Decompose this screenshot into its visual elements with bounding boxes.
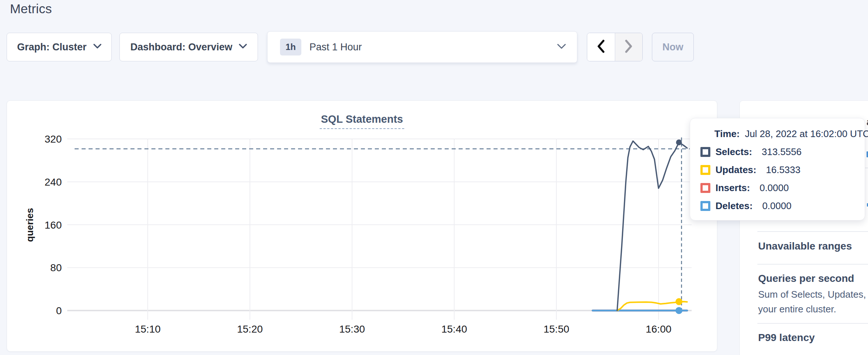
clipped-heading-fragment: a: [867, 116, 868, 128]
series-value: 0.0000: [760, 182, 789, 194]
tooltip-series-row: Inserts: 0.0000: [700, 182, 865, 194]
chart-title[interactable]: SQL Statements: [320, 113, 404, 129]
graph-type-dropdown[interactable]: Graph: Cluster: [7, 33, 112, 61]
series-label: Inserts:: [715, 182, 750, 194]
sidebar-section-heading: Queries per second: [758, 273, 854, 284]
svg-text:queries: queries: [24, 208, 35, 242]
selects-color-swatch: [700, 147, 710, 157]
dashboard-dropdown-label: Dashboard: Overview: [130, 42, 233, 53]
time-range-selector[interactable]: 1h Past 1 Hour: [267, 31, 577, 63]
chevron-down-icon: [557, 44, 566, 51]
divider: [757, 231, 868, 232]
metrics-page: { "page": { "title": "Metrics" }, "toolb…: [0, 0, 868, 355]
clipped-link-fragment: [867, 151, 868, 157]
svg-text:240: 240: [44, 176, 62, 188]
sidebar-section-description: your entire cluster.: [758, 304, 836, 315]
deletes-color-swatch: [700, 201, 710, 211]
sidebar-section-description: Sum of Selects, Updates, Inserts: [758, 289, 868, 300]
now-button[interactable]: Now: [652, 33, 694, 61]
graph-type-dropdown-label: Graph: Cluster: [17, 42, 86, 53]
svg-text:320: 320: [44, 133, 62, 145]
page-title: Metrics: [10, 1, 52, 16]
svg-text:80: 80: [50, 262, 62, 273]
svg-text:15:50: 15:50: [544, 323, 569, 335]
svg-text:160: 160: [44, 219, 62, 231]
sidebar-section-heading: P99 latency: [758, 332, 815, 344]
series-label: Deletes:: [715, 200, 753, 212]
tooltip-series-row: Deletes: 0.0000: [700, 200, 865, 212]
time-range-badge: 1h: [280, 39, 301, 55]
svg-text:15:10: 15:10: [135, 323, 161, 335]
tooltip-series-row: Updates: 16.5333: [700, 164, 865, 176]
prev-time-button[interactable]: [587, 33, 615, 61]
divider: [757, 264, 868, 265]
tooltip-series-row: Selects: 313.5556: [700, 146, 865, 158]
svg-text:15:30: 15:30: [339, 323, 365, 335]
series-value: 16.5333: [766, 164, 800, 176]
svg-text:15:20: 15:20: [237, 323, 263, 335]
svg-text:0: 0: [56, 305, 62, 316]
next-time-button[interactable]: [615, 33, 643, 61]
updates-color-swatch: [700, 165, 710, 175]
series-value: 0.0000: [762, 200, 792, 212]
chevron-down-icon: [239, 44, 247, 50]
time-pager: [587, 33, 643, 61]
svg-text:15:40: 15:40: [441, 323, 467, 335]
series-value: 313.5556: [762, 146, 801, 158]
chevron-right-icon: [625, 40, 633, 54]
divider: [757, 323, 868, 324]
inserts-color-swatch: [700, 183, 710, 193]
series-label: Selects:: [715, 146, 752, 158]
tooltip-time-value: Jul 28, 2022 at 16:02:00 UTC: [745, 128, 868, 139]
dashboard-dropdown[interactable]: Dashboard: Overview: [119, 33, 258, 61]
time-range-label: Past 1 Hour: [309, 42, 557, 53]
tooltip-time-row: Time:Jul 28, 2022 at 16:02:00 UTC: [714, 128, 865, 140]
series-label: Updates:: [715, 164, 756, 176]
chevron-down-icon: [93, 44, 101, 50]
chevron-left-icon: [597, 40, 605, 54]
chart-hover-tooltip: Time:Jul 28, 2022 at 16:02:00 UTC Select…: [690, 118, 865, 220]
svg-text:16:00: 16:00: [646, 323, 671, 335]
tooltip-time-label: Time:: [714, 128, 740, 139]
sidebar-section-heading: Unavailable ranges: [758, 240, 852, 252]
sql-statements-chart[interactable]: 08016024032015:1015:2015:3015:4015:5016:…: [7, 100, 717, 352]
chart-title-wrap: SQL Statements: [7, 113, 717, 129]
